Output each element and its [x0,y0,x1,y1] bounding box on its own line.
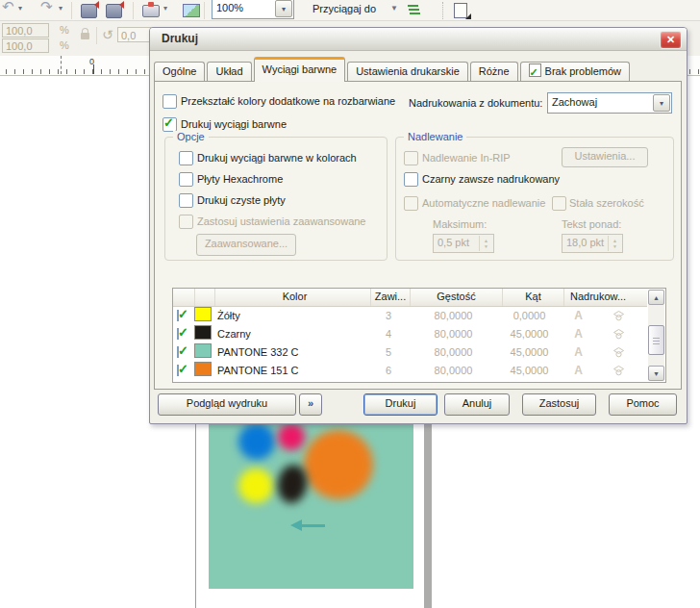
print-separations-checkbox[interactable]: ✓ [162,117,177,132]
checkmark-icon: ✓ [178,310,188,321]
apply-button[interactable]: Zastosuj [522,393,596,416]
auto-trapping-checkbox [404,196,418,211]
scale-vertical-field[interactable] [2,38,49,53]
blue-blob [238,423,275,460]
overprint-text-icon[interactable]: A [574,345,583,359]
trapping-group: Nadlewanie Nadlewanie In-RIP Ustawienia.… [395,137,674,261]
separation-order: 4 [369,328,408,340]
checkmark-icon: ✓ [163,115,174,130]
text-above-label: Tekst ponad: [562,218,621,230]
header-kolor[interactable]: Kolor [214,289,370,306]
maximum-label: Maksimum: [433,218,487,230]
dialog-titlebar[interactable]: Drukuj ✕ [150,28,687,51]
overprints-value: Zachowaj [552,96,597,108]
cancel-button[interactable]: Anuluj [444,393,510,416]
separations-in-color-checkbox[interactable] [179,151,193,165]
maximum-spinner: 0,5 pkt ▲▼ [433,234,494,253]
overprint-text-icon[interactable]: A [574,309,583,322]
header-check-column[interactable] [173,289,194,306]
print-preview-button[interactable]: Podgląd wydruku [158,393,296,416]
table-row[interactable]: ✓ Czarny 4 80,0000 45,0000 A [173,324,647,342]
print-button[interactable]: Drukuj [363,393,438,416]
toolbar-separator [133,2,134,19]
tab-wyciagi-barwne[interactable]: Wyciągi barwne [254,57,346,82]
print-dialog: Drukuj ✕ Ogólne Układ Wyciągi barwne Ust… [149,27,688,424]
options-group: Opcje Drukuj wyciągi barwne w kolorach P… [164,137,388,261]
in-rip-trapping-label: Nadlewanie In-RIP [422,152,511,164]
separation-name: Żółty [213,310,369,321]
maximum-value: 0,5 pkt [438,237,469,248]
help-button[interactable]: Pomoc [609,393,677,416]
overprints-combobox[interactable]: Zachowaj ▾ [547,92,672,114]
print-icon[interactable] [142,5,160,17]
overprint-fill-icon[interactable] [612,346,625,358]
spinner-arrows-icon: ▲▼ [608,236,621,251]
standard-toolbar: ↶ ▾ ↷ ▾ ▾ 100% ▾ Przyciągaj do ▼ [0,0,700,21]
trapping-group-caption: Nadlewanie [404,131,466,142]
options-page-icon[interactable] [454,3,467,18]
checkmark-icon: ✓ [178,365,188,376]
table-row[interactable]: ✓ PANTONE 151 C 6 80,0000 45,0000 A [173,361,647,379]
separation-order: 5 [369,346,408,358]
snap-to-dropdown-icon[interactable]: ▼ [390,0,398,19]
print-dropdown-icon[interactable]: ▾ [163,0,167,19]
overprints-dropdown-button[interactable]: ▾ [653,94,670,112]
header-kat[interactable]: Kąt [502,289,563,306]
artwork-bitmap[interactable] [209,408,413,589]
table-scrollbar[interactable]: ▲ ▼ [648,290,664,381]
separation-name: PANTONE 332 C [213,346,369,358]
overprint-fill-icon[interactable] [612,310,625,321]
black-overprint-checkbox[interactable] [404,172,418,187]
export-icon[interactable] [106,4,122,18]
text-above-spinner: 18,0 pkt ▲▼ [562,234,623,253]
overprint-text-icon[interactable]: A [574,327,583,341]
header-zawi[interactable]: Zawi... [370,289,410,306]
redo-icon[interactable]: ↷ [40,0,53,19]
empty-plates-checkbox[interactable] [179,193,193,208]
scale-horizontal-field[interactable] [2,23,49,38]
snap-to-menu[interactable]: Przyciągaj do [312,3,376,14]
import-icon[interactable] [81,4,97,18]
table-row[interactable]: ✓ PANTONE 332 C 5 80,0000 45,0000 A [173,342,647,361]
tab-page-separations: Przekształć kolory dodatkowe na rozbarwi… [154,81,682,390]
advanced-settings-checkbox [179,215,193,229]
left-arrow-icon [290,519,302,531]
header-nadrukow[interactable]: Nadrukow... [563,289,643,306]
zoom-level-combobox[interactable]: 100% ▾ [212,0,294,19]
header-gestosc[interactable]: Gęstość [410,289,502,306]
undo-dropdown-icon[interactable]: ▾ [18,0,22,19]
scroll-up-icon[interactable]: ▲ [648,290,664,305]
snap-options-icon[interactable] [408,4,420,15]
convert-spot-checkbox[interactable] [162,94,177,109]
tab-uklad[interactable]: Układ [207,62,251,82]
row-checkbox[interactable]: ✓ [177,346,179,358]
empty-plates-label: Drukuj czyste płyty [197,194,286,206]
scrollbar-thumb[interactable] [648,325,664,355]
zoom-dropdown-button[interactable]: ▾ [275,0,292,17]
overprint-fill-icon[interactable] [612,328,625,340]
row-checkbox[interactable]: ✓ [177,328,179,340]
tab-ustawienia-drukarskie[interactable]: Ustawienia drukarskie [347,62,468,82]
row-checkbox[interactable]: ✓ [177,365,179,376]
separation-angle: 0,0000 [499,310,560,321]
table-row[interactable]: ✓ Żółty 3 80,0000 0,0000 A [173,306,647,324]
left-arrow-line [300,524,325,527]
tab-rozne[interactable]: Różne [470,62,518,82]
overprint-fill-icon[interactable] [612,365,625,376]
scroll-down-icon[interactable]: ▼ [648,366,664,381]
separation-order: 6 [369,365,408,376]
hexachrome-checkbox[interactable] [179,172,193,187]
header-swatch-column[interactable] [194,289,214,306]
close-icon[interactable]: ✕ [660,31,682,49]
separation-density: 80,0000 [408,346,499,358]
redo-dropdown-icon[interactable]: ▾ [59,0,62,19]
overprint-text-icon[interactable]: A [574,364,583,377]
tab-brak-problemow[interactable]: ✓Brak problemów [520,62,630,82]
preview-flyout-button[interactable]: » [299,393,322,416]
tab-ogolne[interactable]: Ogólne [154,62,205,82]
undo-icon[interactable]: ↶ [2,0,14,19]
application-launcher-icon[interactable] [183,4,200,17]
dialog-title: Drukuj [162,32,198,45]
row-checkbox[interactable]: ✓ [177,310,179,321]
separation-name: PANTONE 151 C [213,365,369,376]
